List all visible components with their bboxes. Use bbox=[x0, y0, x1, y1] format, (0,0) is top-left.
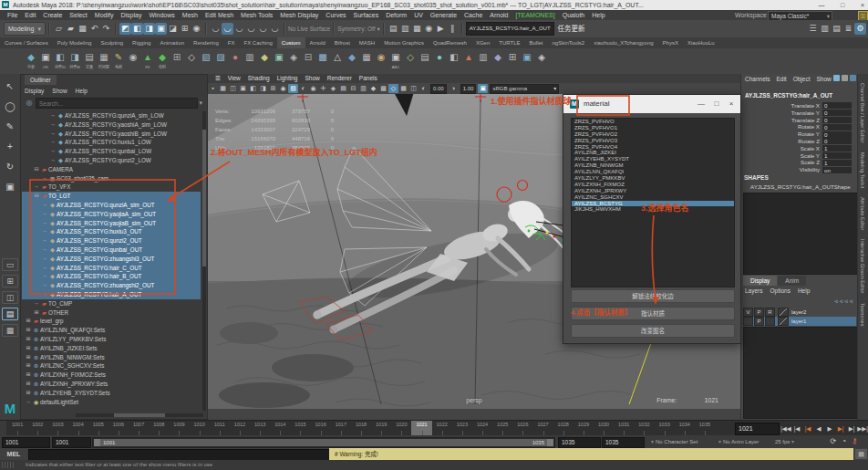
viewport-toolbar-icon-13[interactable]: ⊟ bbox=[348, 84, 358, 93]
material-list-item[interactable]: AYILZYEHB_XYSYDT bbox=[572, 156, 734, 162]
gamma-icon[interactable]: ◑ bbox=[449, 84, 459, 93]
menu-item-mesh-tools[interactable]: Mesh Tools bbox=[237, 12, 276, 18]
layout-single[interactable]: ▭ bbox=[2, 258, 18, 271]
viewport-toolbar-icon-3[interactable]: ◧ bbox=[248, 84, 258, 93]
visibility-toggle[interactable]: V bbox=[743, 308, 753, 317]
outliner-row[interactable]: ⊞⊕AYILZYEHB_XYSYDT:Sets bbox=[22, 389, 201, 398]
outliner-row[interactable]: ⊞⊕AYILZXNH_FIXMOZ:Sets bbox=[22, 371, 201, 380]
outliner-row[interactable]: ⊞▰level_grp bbox=[22, 317, 201, 326]
current-frame-field[interactable]: 1021 bbox=[735, 423, 780, 435]
shelf-tab-physx[interactable]: PhysX bbox=[658, 37, 683, 48]
timeline-frame-1012[interactable]: 1012 bbox=[230, 421, 250, 436]
layout-outliner-persp[interactable]: ▤ bbox=[2, 308, 18, 320]
shelf-icon-6[interactable]: ✎毛刷 bbox=[111, 49, 126, 73]
file-icon-0[interactable]: ▱ bbox=[53, 23, 65, 35]
timeline-frame-1006[interactable]: 1006 bbox=[108, 421, 129, 436]
shelf-icon-2[interactable]: ◧对齐ID bbox=[53, 49, 67, 73]
color-management-icon[interactable]: ▣ bbox=[478, 84, 488, 93]
snap-icon-4[interactable]: ◡ bbox=[257, 23, 269, 35]
timeline-frame-1033[interactable]: 1033 bbox=[655, 421, 675, 436]
outliner-row[interactable]: →◆AYJLZSS_RCSTYG:hair_C_OUT bbox=[22, 264, 201, 273]
selection-mask-icon-2[interactable]: ◨ bbox=[143, 23, 155, 35]
viewport-toolbar-icon-7[interactable]: ▧ bbox=[288, 84, 298, 93]
mel-label[interactable]: MEL bbox=[0, 448, 27, 460]
menu-item-modify[interactable]: Modify bbox=[91, 12, 118, 18]
viewport-toolbar-icon-17[interactable]: ◇ bbox=[388, 84, 398, 93]
selection-mask-icon-5[interactable]: ⊞ bbox=[179, 23, 191, 35]
expander-icon[interactable]: ⊞ bbox=[25, 344, 32, 353]
viewport-toolbar-icon-11[interactable]: ◈ bbox=[328, 84, 338, 93]
outliner-row[interactable]: ⊞⊕AYILZXNH_JPRXWY:Sets bbox=[22, 380, 201, 389]
toolbar-right-icon-2[interactable]: ▤ bbox=[831, 23, 842, 35]
viewport-toolbar-icon-0[interactable]: ▦ bbox=[218, 84, 228, 93]
scale-tool[interactable]: ▣ bbox=[3, 180, 17, 194]
range-slider-track[interactable]: 1001 1035 bbox=[92, 437, 555, 448]
menu-item-create[interactable]: Create bbox=[39, 12, 66, 18]
expander-icon[interactable]: ⊞ bbox=[25, 326, 32, 335]
shelf-icon-18[interactable]: ◈ bbox=[286, 49, 301, 73]
timeline-frame-1011[interactable]: 1011 bbox=[210, 421, 230, 436]
timeline-frame-1002[interactable]: 1002 bbox=[27, 421, 47, 436]
outliner-row[interactable]: →◆AYJLZSS_RCSTYG:huxiu3_OUT bbox=[22, 227, 201, 236]
shelf-tab-fx[interactable]: FX bbox=[223, 37, 240, 48]
sidebar-tab-channel-box-layer-editor[interactable]: Channel Box / Layer Editor bbox=[860, 83, 865, 143]
timeline-frame-1030[interactable]: 1030 bbox=[594, 421, 614, 436]
attribute-value-field[interactable]: 0 bbox=[822, 124, 852, 131]
shelf-icon-35[interactable]: ◈ bbox=[534, 49, 549, 73]
maximize-icon[interactable]: □ bbox=[835, 0, 850, 10]
timeline-frame-1023[interactable]: 1023 bbox=[452, 421, 472, 436]
outliner-row[interactable]: →▰TO_VFX bbox=[22, 183, 201, 192]
snap-icon-2[interactable]: ◡ bbox=[233, 23, 245, 35]
viewport-toolbar-icon-16[interactable]: ▩ bbox=[378, 84, 388, 93]
selection-mask-icon-6[interactable]: ◉ bbox=[191, 23, 202, 35]
attribute-value-field[interactable]: 1 bbox=[822, 160, 852, 166]
clock-icon[interactable]: ◔ bbox=[842, 437, 852, 445]
step-back-key-button[interactable]: |◀ bbox=[802, 425, 813, 433]
timeline-frame-1022[interactable]: 1022 bbox=[432, 421, 452, 436]
symmetry-dropdown[interactable]: Symmetry: Off ▾ bbox=[337, 20, 380, 37]
outliner-hscrollbar[interactable] bbox=[76, 413, 203, 417]
camera-lock-icon[interactable]: ▪ bbox=[208, 84, 218, 93]
sidebar-tab-interactive-groom-editor[interactable]: Interactive Groom Editor bbox=[860, 239, 865, 294]
viewport-toolbar-icon-4[interactable]: ◨ bbox=[258, 84, 268, 93]
viewport-menu-panels[interactable]: Panels bbox=[359, 75, 377, 81]
shelf-tab-animation[interactable]: Animation bbox=[155, 37, 189, 48]
menu-item-cache[interactable]: Cache bbox=[460, 12, 486, 18]
render-icon-1[interactable]: ▥ bbox=[399, 23, 411, 35]
shelf-tab-xiaohuolu-xtchangyong[interactable]: xiaohuolu_XTchangyong bbox=[589, 37, 657, 48]
render-icon-0[interactable]: ▤ bbox=[388, 23, 399, 35]
exposure-icon[interactable]: ◐ bbox=[418, 84, 429, 93]
timeline-frame-1035[interactable]: 1035 bbox=[695, 421, 715, 436]
anim-start-field[interactable]: 1001 bbox=[2, 437, 50, 448]
menu-item-windows[interactable]: Windows bbox=[145, 12, 178, 18]
unlock-normals-soften-edge-button[interactable]: 解锁法线软化边 bbox=[571, 289, 735, 303]
timeline-frame-1032[interactable]: 1032 bbox=[634, 421, 654, 436]
shelf-tab-rigging[interactable]: Rigging bbox=[128, 37, 155, 48]
toolbar-right-icon-1[interactable]: ▥ bbox=[819, 23, 831, 35]
shelf-tab-bullet[interactable]: Bullet bbox=[525, 37, 548, 48]
dialog-minimize-icon[interactable]: — bbox=[695, 95, 708, 113]
shelf-icon-11[interactable]: ◇ bbox=[184, 49, 199, 73]
attribute-value-field[interactable]: 1 bbox=[822, 145, 852, 151]
expander-icon[interactable]: ⊞ bbox=[25, 335, 32, 344]
menu-item-qualoth[interactable]: Qualoth bbox=[559, 12, 589, 18]
channelbox-menu-edit[interactable]: Edit bbox=[776, 76, 786, 82]
material-list-item[interactable]: AYILZXNH_JPRXWY bbox=[572, 188, 734, 194]
gamma-field[interactable]: 1.00 bbox=[460, 84, 477, 94]
time-slider-track[interactable]: 1001100210031004100510061007100810091010… bbox=[7, 421, 715, 436]
layout-four-pane[interactable]: ⊞ bbox=[2, 275, 18, 287]
viewport-toolbar-icon-12[interactable]: ▤ bbox=[338, 84, 348, 93]
outliner-row[interactable]: ⊞▰OTHER bbox=[22, 308, 201, 318]
menu-item-file[interactable]: File bbox=[4, 12, 21, 18]
timeline-frame-1028[interactable]: 1028 bbox=[553, 421, 574, 436]
outliner-row[interactable]: ⊟▰TO_LGT bbox=[22, 192, 201, 201]
timeline-frame-1019[interactable]: 1019 bbox=[371, 421, 391, 436]
shelf-icon-29[interactable]: ◧ bbox=[447, 49, 461, 73]
shelf-icon-16[interactable]: ◆ bbox=[257, 49, 272, 73]
channelbox-menu-show[interactable]: Show bbox=[816, 76, 831, 82]
expander-icon[interactable]: ⊞ bbox=[25, 353, 32, 362]
toolbar-right-icon-3[interactable]: ≣ bbox=[842, 23, 854, 35]
shelf-tab-turtle[interactable]: TURTLE bbox=[494, 37, 524, 48]
timeline-frame-1007[interactable]: 1007 bbox=[129, 421, 149, 436]
move-tool[interactable]: + bbox=[3, 140, 17, 154]
